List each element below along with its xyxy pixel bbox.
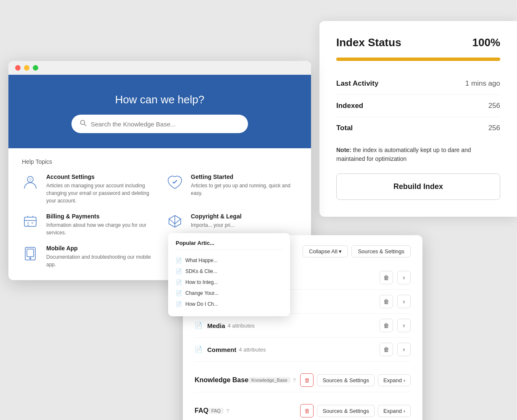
source-expand-button[interactable]: › [397,295,411,308]
kb-hero-title: How can we help? [25,93,294,106]
total-row: Total 256 [336,117,500,139]
source-actions: 🗑 › [380,295,411,308]
source-name: Comment [207,346,236,353]
kb-search-bar[interactable] [71,115,248,133]
popular-articles-popup: Popular Artic... 📄What Happe...📄SDKs & C… [168,233,290,316]
section-badge: Knowledge_Base [248,377,290,383]
total-label: Total [336,124,353,132]
doc-icon: 📄 [176,279,182,285]
collapse-all-button[interactable]: Collapse All ▾ [303,245,348,257]
sources-settings-button[interactable]: Sources & Settings [351,245,411,257]
popular-article-item[interactable]: 📄What Happe... [176,255,282,266]
svg-point-3 [29,178,32,181]
section-settings-button[interactable]: Sources & Settings [317,374,375,386]
source-row: 📄 Comment 4 attributes 🗑 › [195,338,411,362]
popular-articles-title: Popular Artic... [176,240,282,250]
svg-rect-6 [27,249,34,257]
source-delete-button[interactable]: 🗑 [380,295,393,308]
section-actions: 🗑 Sources & Settings Expand › [300,373,411,387]
kb-hero: How can we help? [8,75,311,148]
indexed-row: Indexed 256 [336,95,500,117]
progress-bar-fill [336,58,500,61]
source-delete-button[interactable]: 🗑 [380,271,393,284]
source-expand-button[interactable]: › [397,271,411,284]
help-item-icon [166,213,185,231]
help-item-title: Getting Started [191,173,298,180]
help-item-title: Account Settings [46,173,153,180]
popular-articles-list: 📄What Happe...📄SDKs & Clie...📄How to Int… [176,255,282,310]
source-attrs: 4 attributes [228,323,255,329]
section-actions: 🗑 Sources & Settings Expand › [300,404,411,417]
doc-icon: 📄 [176,257,182,263]
source-delete-button[interactable]: 🗑 [380,343,393,356]
source-expand-button[interactable]: › [397,343,411,356]
doc-icon: 📄 [176,268,182,274]
section-question-icon[interactable]: ? [226,408,229,414]
source-expand-button[interactable]: › [397,319,411,332]
section-question-icon[interactable]: ? [293,377,296,383]
popular-article-item[interactable]: 📄SDKs & Clie... [176,266,282,277]
help-item[interactable]: Getting Started Articles to get you up a… [166,173,298,205]
help-item-icon [22,173,40,192]
help-item[interactable]: Account Settings Articles on managing yo… [22,173,153,205]
source-attrs: 4 attributes [239,346,266,353]
search-input[interactable] [91,121,240,128]
article-title: SDKs & Clie... [185,268,217,274]
source-icon: 📄 [195,346,203,353]
sections-list: Knowledge Base Knowledge_Base ? 🗑 Source… [195,368,411,420]
progress-bar-container [336,58,500,61]
help-topics-label: Help Topics [22,158,298,165]
svg-line-1 [84,124,87,126]
source-icon: 📄 [195,322,203,329]
section-badge: FAQ [208,408,224,414]
last-activity-label: Last Activity [336,79,378,88]
source-actions: 🗑 › [380,343,411,356]
index-status-panel: Index Status 100% Last Activity 1 mins a… [319,21,517,217]
doc-icon: 📄 [176,290,182,296]
help-item-title: Mobile App [46,245,153,252]
indexed-label: Indexed [336,102,363,110]
source-actions: 🗑 › [380,271,411,284]
help-item-icon [22,245,40,263]
source-delete-button[interactable]: 🗑 [380,319,393,332]
section-name: FAQ [195,407,208,415]
help-item-desc: Documentation and troubleshooting our mo… [46,253,153,268]
help-item[interactable]: Billing & Payments Information about how… [22,213,153,236]
section-expand-button[interactable]: Expand › [378,374,411,386]
last-activity-value: 1 mins ago [465,79,500,88]
rebuild-index-button[interactable]: Rebuild Index [336,173,500,200]
article-title: How to Integ... [185,279,218,285]
indexed-value: 256 [488,102,500,110]
help-item-desc: Articles to get you up and running, quic… [191,182,298,197]
popular-article-item[interactable]: 📄How Do I Ch... [176,299,282,310]
popular-article-item[interactable]: 📄Change Your... [176,288,282,299]
last-activity-row: Last Activity 1 mins ago [336,73,500,95]
source-actions: 🗑 › [380,319,411,332]
article-title: How Do I Ch... [185,301,218,307]
index-note: Note: the index is automatically kept up… [336,146,500,163]
section-delete-button[interactable]: 🗑 [300,404,314,417]
svg-rect-4 [24,217,36,226]
help-item-icon [22,213,40,231]
help-item[interactable]: Mobile App Documentation and troubleshoo… [22,245,153,268]
svg-point-7 [30,258,31,259]
section-delete-button[interactable]: 🗑 [300,373,314,387]
sources-actions: Collapse All ▾ Sources & Settings [303,245,411,257]
help-item-title: Billing & Payments [46,213,153,220]
help-item-icon [166,173,185,192]
section-settings-button[interactable]: Sources & Settings [317,405,375,417]
help-item-title: Copyright & Legal [191,213,242,220]
close-dot[interactable] [15,65,21,71]
popular-article-item[interactable]: 📄How to Integ... [176,277,282,288]
section-name: Knowledge Base [195,376,248,384]
maximize-dot[interactable] [33,65,38,71]
index-status-percent: 100% [472,36,501,49]
minimize-dot[interactable] [24,65,29,71]
source-row: 📄 Media 4 attributes 🗑 › [195,314,411,338]
search-icon [80,120,87,128]
section-expand-button[interactable]: Expand › [378,405,411,417]
doc-icon: 📄 [176,301,182,307]
svg-point-0 [81,121,85,125]
index-status-title: Index Status [336,36,401,49]
article-title: Change Your... [185,290,219,296]
